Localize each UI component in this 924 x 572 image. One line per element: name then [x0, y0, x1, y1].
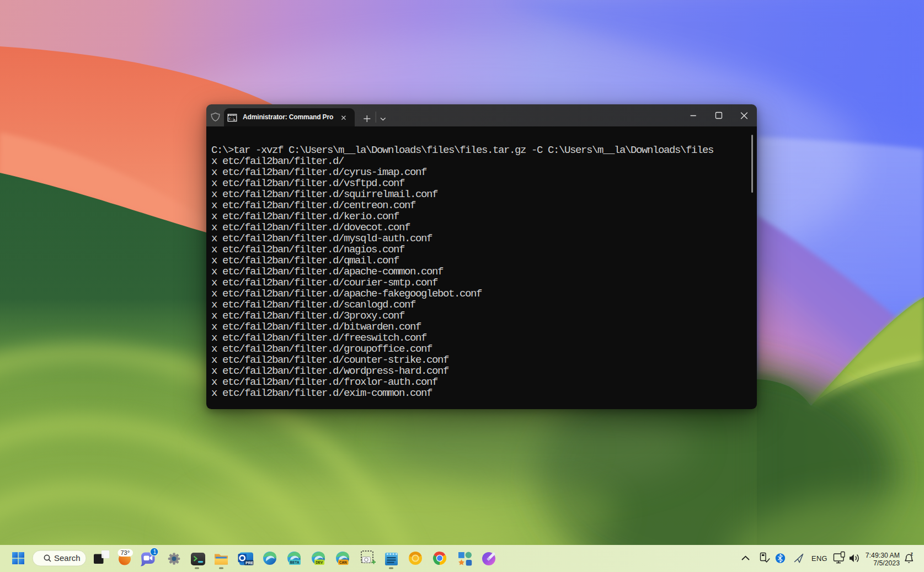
svg-text:73°: 73°: [121, 549, 130, 556]
svg-text:PRE: PRE: [245, 561, 254, 565]
svg-text:CAN: CAN: [339, 560, 347, 564]
svg-text:Search: Search: [54, 553, 81, 563]
svg-text:ENG: ENG: [811, 554, 827, 563]
svg-text:z: z: [911, 551, 914, 557]
svg-text:BETA: BETA: [290, 560, 300, 564]
svg-text:DEV: DEV: [316, 560, 323, 564]
svg-text:1: 1: [153, 548, 156, 555]
